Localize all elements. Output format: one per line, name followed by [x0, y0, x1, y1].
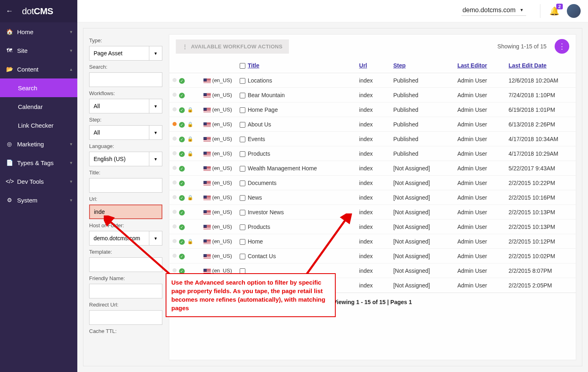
- row-checkbox[interactable]: [240, 78, 245, 84]
- row-checkbox[interactable]: [240, 122, 245, 128]
- table-row[interactable]: ✓ (en_US) Wealth Management Home index […: [169, 161, 576, 176]
- flag-us-icon: [203, 239, 211, 244]
- flag-us-icon: [203, 137, 211, 142]
- language-select[interactable]: English (US)▼: [89, 152, 162, 166]
- url-cell: index: [356, 205, 390, 220]
- url-input[interactable]: [89, 204, 162, 219]
- col-editor[interactable]: Last Editor: [454, 58, 505, 73]
- editor-cell: Admin User: [454, 117, 505, 132]
- flag-us-icon: [203, 166, 211, 171]
- flag-us-icon: [203, 225, 211, 230]
- host-select[interactable]: demo.dotcms.com▼: [89, 231, 162, 246]
- status-dot-icon: [173, 210, 177, 214]
- col-url[interactable]: Url: [356, 58, 390, 73]
- sidebar-header: ← dotCMS: [0, 0, 77, 22]
- row-checkbox[interactable]: [240, 107, 245, 113]
- table-row[interactable]: ✓ (en_US) Investor News index [Not Assig…: [169, 205, 576, 220]
- status-cell: ✓: [169, 205, 200, 220]
- avatar[interactable]: [567, 4, 581, 18]
- table-row[interactable]: ✓ 🔒 (en_US) News index [Not Assigned] Ad…: [169, 190, 576, 205]
- site-selector-value: demo.dotcms.com: [462, 7, 516, 14]
- table-row[interactable]: ✓ (en_US) Contact Us index [Not Assigned…: [169, 249, 576, 263]
- check-circle-icon: ✓: [179, 210, 185, 215]
- check-circle-icon: ✓: [179, 107, 185, 113]
- status-dot-icon: [173, 268, 177, 272]
- check-circle-icon: ✓: [179, 78, 185, 84]
- lock-icon: 🔒: [187, 136, 193, 142]
- row-checkbox[interactable]: [240, 210, 245, 215]
- table-row[interactable]: ✓ 🔒 (en_US) Home index [Not Assigned] Ad…: [169, 234, 576, 249]
- back-arrow-icon[interactable]: ←: [6, 7, 13, 15]
- step-cell: [Not Assigned]: [390, 263, 454, 278]
- nav-types[interactable]: 📄 Types & Tags ▾: [0, 153, 77, 172]
- url-cell: index: [356, 220, 390, 234]
- flag-us-icon: [203, 181, 211, 186]
- type-label: Type:: [89, 37, 162, 44]
- table-row[interactable]: ✓ 🔒 (en_US) Products index Published Adm…: [169, 146, 576, 161]
- friendly-input[interactable]: [89, 284, 162, 298]
- row-checkbox[interactable]: [240, 224, 245, 230]
- status-dot-icon: [173, 224, 177, 228]
- flag-us-icon: [203, 196, 211, 200]
- locale-cell: (en_US): [200, 234, 236, 249]
- select-all-checkbox[interactable]: [240, 63, 245, 69]
- search-input[interactable]: [89, 72, 162, 87]
- host-label: Host or Folder:: [89, 222, 162, 228]
- title-input[interactable]: [89, 178, 162, 193]
- workflow-actions-button[interactable]: ⋮ AVAILABLE WORKFLOW ACTIONS: [176, 39, 289, 54]
- flag-us-icon: [203, 122, 211, 127]
- url-cell: index: [356, 102, 390, 117]
- locale-cell: (en_US): [200, 73, 236, 88]
- nav-marketing[interactable]: ◎ Marketing ▾: [0, 135, 77, 153]
- lock-icon: 🔒: [187, 151, 193, 157]
- row-checkbox[interactable]: [240, 93, 245, 98]
- title-cell: Investor News: [236, 205, 356, 220]
- type-select[interactable]: Page Asset▼: [89, 46, 162, 61]
- row-checkbox[interactable]: [240, 254, 245, 259]
- row-checkbox[interactable]: [240, 239, 245, 245]
- step-select[interactable]: All▼: [89, 125, 162, 140]
- workflows-select[interactable]: All▼: [89, 99, 162, 113]
- notifications-button[interactable]: 🔔 2: [549, 6, 560, 16]
- actions-menu-button[interactable]: ⋮: [555, 39, 569, 54]
- title-cell: Home Page: [236, 102, 356, 117]
- row-checkbox[interactable]: [240, 166, 245, 172]
- chevron-down-icon: ▾: [70, 179, 72, 184]
- table-row[interactable]: ✓ (en_US) Documents index [Not Assigned]…: [169, 176, 576, 190]
- nav-content-calendar[interactable]: Calendar: [0, 97, 77, 116]
- col-step[interactable]: Step: [390, 58, 454, 73]
- locale-cell: (en_US): [200, 220, 236, 234]
- nav-dev[interactable]: </> Dev Tools ▾: [0, 172, 77, 191]
- template-input[interactable]: [89, 257, 162, 272]
- nav-content[interactable]: 📂 Content ▴: [0, 60, 77, 78]
- site-selector[interactable]: demo.dotcms.com ▼: [461, 7, 526, 16]
- table-row[interactable]: ✓ (en_US) Products index [Not Assigned] …: [169, 220, 576, 234]
- code-icon: </>: [6, 178, 13, 185]
- nav-home[interactable]: 🏠 Home ▾: [0, 22, 77, 41]
- table-row[interactable]: ✓ (en_US) Bear Mountain index Published …: [169, 88, 576, 102]
- col-title[interactable]: Title: [236, 58, 356, 73]
- nav-content-search[interactable]: Search: [0, 78, 77, 97]
- row-checkbox[interactable]: [240, 151, 245, 157]
- row-checkbox[interactable]: [240, 195, 245, 201]
- date-cell: 5/22/2017 9:43AM: [505, 161, 576, 176]
- nav-site[interactable]: 🗺 Site ▾: [0, 41, 77, 60]
- table-row[interactable]: ✓ 🔒 (en_US) About Us index Published Adm…: [169, 117, 576, 132]
- editor-cell: Admin User: [454, 146, 505, 161]
- nav-system[interactable]: ⚙ System ▾: [0, 191, 77, 209]
- content-area: Type: Page Asset▼ Search: Workflows: All…: [77, 22, 588, 372]
- redirect-input[interactable]: [89, 310, 162, 325]
- nav-content-linkchecker[interactable]: Link Checker: [0, 116, 77, 135]
- target-icon: ◎: [6, 141, 13, 147]
- template-label: Template:: [89, 249, 162, 255]
- table-row[interactable]: ✓ (en_US) Locations index Published Admi…: [169, 73, 576, 88]
- date-cell: 6/19/2018 1:01PM: [505, 102, 576, 117]
- col-date[interactable]: Last Edit Date: [505, 58, 576, 73]
- table-row[interactable]: ✓ 🔒 (en_US) Home Page index Published Ad…: [169, 102, 576, 117]
- table-row[interactable]: ✓ 🔒 (en_US) Events index Published Admin…: [169, 132, 576, 146]
- sitemap-icon: 🗺: [6, 47, 13, 54]
- row-checkbox[interactable]: [240, 137, 245, 142]
- status-dot-icon: [173, 254, 177, 258]
- chevron-down-icon: ▾: [70, 160, 72, 165]
- row-checkbox[interactable]: [240, 181, 245, 186]
